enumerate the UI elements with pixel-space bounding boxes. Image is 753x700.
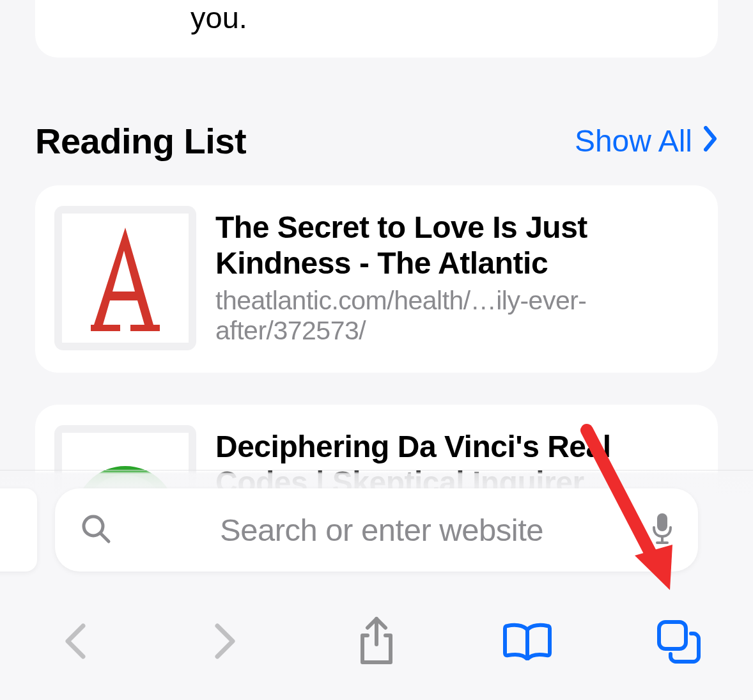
article-thumbnail	[54, 206, 196, 350]
svg-rect-1	[130, 325, 160, 331]
previous-section-text-fragment: you.	[190, 0, 247, 35]
bottom-toolbar: Search or enter website	[0, 470, 753, 700]
atlantic-logo-icon	[91, 224, 160, 332]
chevron-right-icon	[213, 622, 238, 660]
svg-rect-4	[657, 513, 667, 531]
reading-list-title: Reading List	[35, 120, 246, 162]
article-title: The Secret to Love Is Just Kindness - Th…	[215, 210, 699, 281]
search-icon	[81, 513, 111, 547]
forward-button[interactable]	[197, 612, 254, 670]
address-bar-placeholder: Search or enter website	[111, 512, 652, 548]
svg-rect-0	[91, 325, 120, 331]
reading-list-item[interactable]: The Secret to Love Is Just Kindness - Th…	[35, 185, 718, 373]
svg-line-3	[101, 534, 109, 541]
tabs-button[interactable]	[649, 612, 707, 670]
book-icon	[501, 622, 554, 660]
bookmarks-button[interactable]	[499, 612, 556, 670]
navigation-toolbar	[0, 609, 753, 673]
show-all-button[interactable]: Show All	[575, 123, 718, 159]
article-text: The Secret to Love Is Just Kindness - Th…	[215, 206, 699, 346]
previous-section-card-partial: you.	[35, 0, 718, 58]
article-url: theatlantic.com/health/…ily-ever-after/3…	[215, 286, 699, 346]
address-bar[interactable]: Search or enter website	[55, 488, 698, 572]
back-button[interactable]	[46, 612, 104, 670]
show-all-label: Show All	[575, 123, 692, 159]
chevron-left-icon	[63, 622, 87, 660]
tabs-icon	[655, 618, 701, 664]
microphone-icon[interactable]	[652, 512, 672, 548]
tab-peek-card[interactable]	[0, 488, 37, 572]
chevron-right-icon	[704, 123, 718, 159]
share-button[interactable]	[348, 612, 405, 670]
reading-list-header: Reading List Show All	[35, 120, 718, 162]
svg-rect-8	[659, 622, 686, 649]
share-icon	[357, 616, 396, 666]
